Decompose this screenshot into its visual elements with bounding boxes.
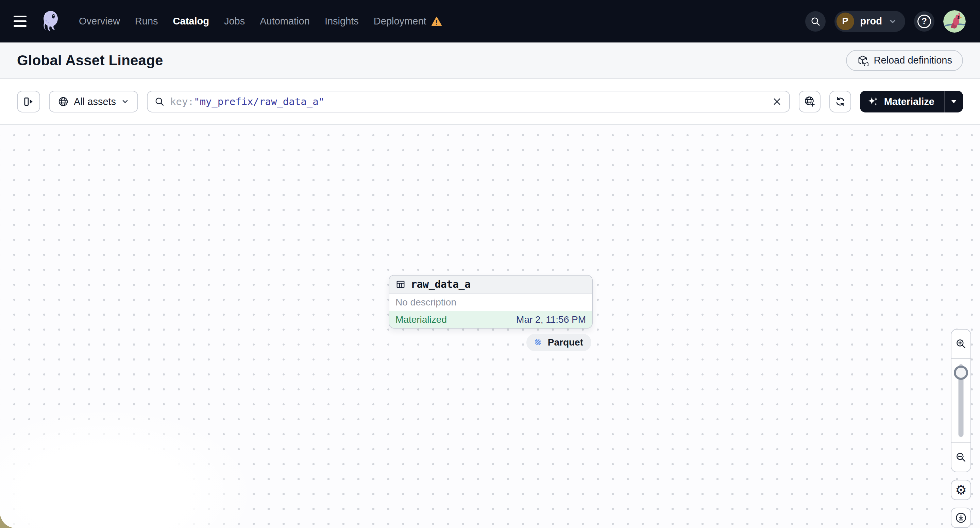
help-icon: ? bbox=[918, 14, 931, 28]
parquet-icon bbox=[533, 338, 543, 347]
caret-down-icon bbox=[950, 99, 957, 104]
primary-nav: Overview Runs Catalog Jobs Automation In… bbox=[79, 16, 442, 27]
nav-item-deployment-label: Deployment bbox=[374, 16, 426, 27]
graph-settings-button[interactable]: ⚙ bbox=[951, 480, 971, 500]
open-side-panel-button[interactable] bbox=[17, 91, 40, 113]
asset-search-input[interactable]: key:"my_prefix/raw_data_a" bbox=[147, 91, 790, 113]
search-query-prefix: key: bbox=[170, 96, 194, 107]
search-query: key:"my_prefix/raw_data_a" bbox=[170, 96, 325, 107]
zoom-control-group bbox=[951, 329, 971, 472]
dagster-logo-icon[interactable] bbox=[40, 9, 62, 33]
nav-item-deployment[interactable]: Deployment bbox=[374, 16, 442, 27]
table-icon bbox=[396, 279, 406, 290]
materialize-options-button[interactable] bbox=[944, 91, 963, 113]
reload-definitions-button[interactable]: Reload definitions bbox=[846, 50, 963, 71]
asset-status-row: Materialized Mar 2, 11:56 PM bbox=[389, 311, 592, 328]
zoom-out-button[interactable] bbox=[951, 443, 970, 472]
hamburger-menu-icon[interactable] bbox=[14, 13, 30, 30]
lineage-canvas[interactable]: raw_data_a No description Materialized M… bbox=[0, 125, 980, 528]
materialize-label: Materialize bbox=[884, 96, 934, 107]
download-icon bbox=[955, 512, 967, 524]
search-query-value: "my_prefix/raw_data_a" bbox=[194, 96, 325, 107]
zoom-in-icon bbox=[955, 338, 967, 350]
asset-scope-label: All assets bbox=[74, 96, 116, 107]
zoom-slider-thumb[interactable] bbox=[954, 366, 968, 380]
chevron-down-icon bbox=[888, 17, 897, 26]
refresh-button[interactable] bbox=[829, 91, 851, 113]
zoom-out-icon bbox=[955, 452, 967, 463]
avatar-bird-image bbox=[943, 10, 966, 33]
asset-materialized-timestamp[interactable]: Mar 2, 11:56 PM bbox=[516, 314, 586, 325]
zoom-slider bbox=[951, 358, 970, 443]
search-icon bbox=[154, 97, 165, 107]
clear-search-button[interactable] bbox=[769, 94, 785, 110]
reload-definitions-label: Reload definitions bbox=[873, 55, 952, 66]
globe-add-icon bbox=[804, 96, 815, 107]
lineage-main: raw_data_a No description Materialized M… bbox=[0, 125, 980, 528]
nav-item-runs[interactable]: Runs bbox=[135, 16, 158, 27]
asset-name: raw_data_a bbox=[411, 278, 471, 290]
top-nav: Overview Runs Catalog Jobs Automation In… bbox=[0, 0, 980, 43]
nav-item-jobs[interactable]: Jobs bbox=[224, 16, 245, 27]
nav-right-controls: P prod ? bbox=[805, 10, 966, 33]
env-label: prod bbox=[860, 16, 882, 27]
refresh-icon bbox=[834, 96, 846, 107]
user-avatar[interactable] bbox=[943, 10, 966, 33]
zoom-in-button[interactable] bbox=[951, 330, 970, 358]
panel-open-icon bbox=[23, 96, 34, 107]
asset-status: Materialized bbox=[396, 314, 447, 325]
asset-description: No description bbox=[389, 293, 592, 311]
page-header: Global Asset Lineage Reload definitions bbox=[0, 43, 980, 79]
download-graph-button[interactable] bbox=[951, 507, 971, 528]
close-icon bbox=[772, 97, 782, 106]
chevron-down-icon bbox=[121, 98, 129, 106]
asset-kind-tag-parquet[interactable]: Parquet bbox=[527, 334, 591, 351]
sparkles-icon bbox=[867, 96, 879, 107]
asset-node-header: raw_data_a bbox=[389, 276, 592, 293]
new-group-view-button[interactable] bbox=[799, 91, 821, 113]
materialize-button[interactable]: Materialize bbox=[860, 91, 944, 113]
search-button[interactable] bbox=[805, 11, 826, 32]
nav-item-catalog[interactable]: Catalog bbox=[173, 16, 209, 27]
asset-scope-dropdown[interactable]: All assets bbox=[49, 91, 138, 113]
asset-kind-label: Parquet bbox=[548, 337, 583, 348]
deployment-switcher[interactable]: P prod bbox=[834, 11, 905, 32]
warning-icon bbox=[431, 16, 442, 27]
nav-item-insights[interactable]: Insights bbox=[325, 16, 359, 27]
asset-node-raw-data-a[interactable]: raw_data_a No description Materialized M… bbox=[389, 275, 593, 328]
canvas-corner-glow bbox=[0, 406, 258, 528]
help-button[interactable]: ? bbox=[914, 11, 934, 32]
lineage-toolbar: All assets key:"my_prefix/raw_data_a" bbox=[0, 79, 980, 125]
gear-icon: ⚙ bbox=[955, 484, 967, 496]
reload-definitions-icon bbox=[857, 55, 869, 66]
env-avatar: P bbox=[837, 13, 854, 30]
search-icon bbox=[810, 16, 821, 27]
globe-icon bbox=[58, 96, 69, 107]
materialize-split-button: Materialize bbox=[860, 91, 963, 113]
nav-item-overview[interactable]: Overview bbox=[79, 16, 120, 27]
canvas-controls: ⚙ bbox=[951, 329, 971, 528]
page-title: Global Asset Lineage bbox=[17, 52, 163, 69]
nav-item-automation[interactable]: Automation bbox=[260, 16, 310, 27]
